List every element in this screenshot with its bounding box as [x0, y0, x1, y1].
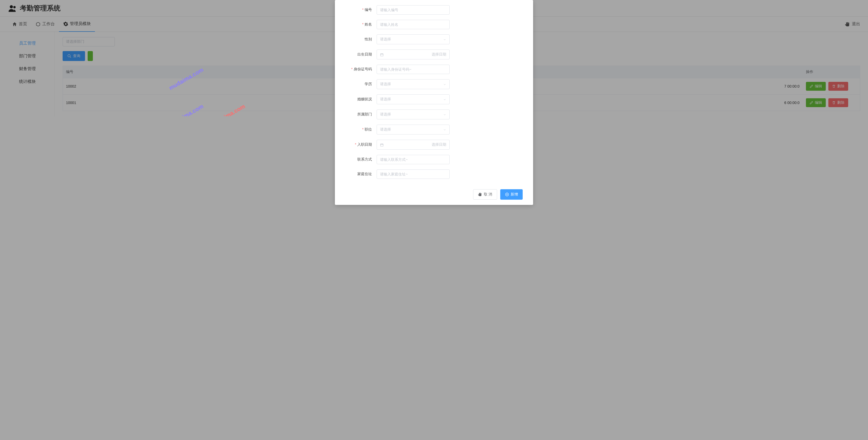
form-row-marital: 婚姻状况请选择: [345, 94, 523, 104]
label-birth: 出生日期: [345, 52, 377, 57]
chevron-down-icon: [443, 82, 446, 86]
name-input[interactable]: [377, 20, 450, 29]
marital-select[interactable]: 请选择: [377, 94, 450, 104]
form-row-edu: 学历请选择: [345, 79, 523, 89]
edu-select[interactable]: 请选择: [377, 79, 450, 89]
form-row-idcard: *身份证号码: [345, 65, 523, 74]
dept-select[interactable]: 请选择: [377, 109, 450, 116]
idcard-input[interactable]: [377, 65, 450, 74]
label-idcard: *身份证号码: [345, 67, 377, 72]
form-row-dept: 所属部门请选择: [345, 109, 523, 116]
form-row-name: *姓名: [345, 20, 523, 29]
gender-select[interactable]: 请选择: [377, 34, 450, 44]
label-name: *姓名: [345, 22, 377, 27]
chevron-down-icon: [443, 97, 446, 101]
label-marital: 婚姻状况: [345, 97, 377, 102]
label-id: *编号: [345, 7, 377, 12]
label-dept: 所属部门: [345, 112, 377, 116]
form-row-id: *编号: [345, 5, 523, 14]
form-row-birth: 出生日期选择日期: [345, 49, 523, 60]
id-input[interactable]: [377, 5, 450, 14]
birth-datepicker[interactable]: 选择日期: [377, 49, 450, 60]
label-gender: 性别: [345, 37, 377, 42]
label-edu: 学历: [345, 82, 377, 87]
chevron-down-icon: [443, 112, 446, 116]
form-row-gender: 性别请选择: [345, 34, 523, 44]
calendar-icon: [380, 53, 384, 57]
employee-form-modal: *编号*姓名性别请选择出生日期选择日期*身份证号码学历请选择婚姻状况请选择所属部…: [335, 0, 533, 116]
chevron-down-icon: [443, 37, 446, 41]
svg-rect-4: [380, 54, 383, 56]
